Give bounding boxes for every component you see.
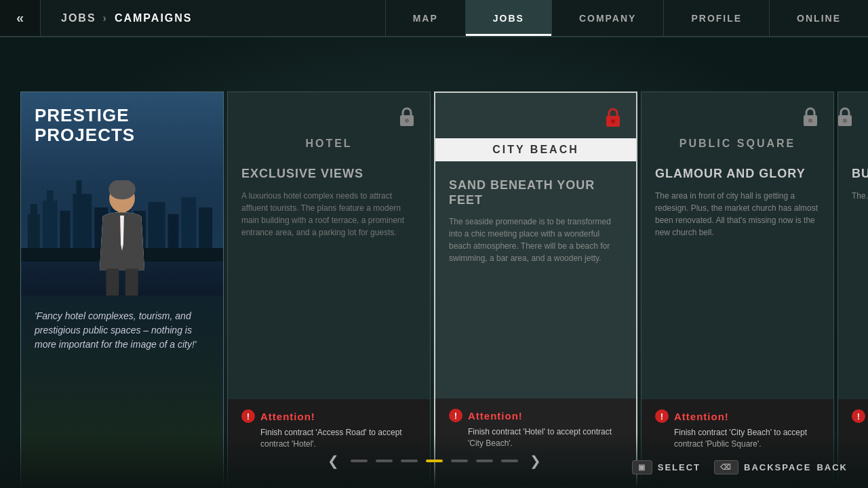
bottom-actions: ▣ SELECT ⌫ BACKSPACE BACK (632, 460, 848, 474)
public-square-top: PUBLIC SQUARE (642, 92, 833, 160)
nav-tabs: MAP JOBS COMPANY PROFILE ONLINE (385, 0, 868, 36)
card-city-beach[interactable]: CITY BEACH SAND BENEATH YOUR FEET The se… (434, 92, 637, 488)
page-dot-1 (351, 460, 368, 462)
tab-map[interactable]: MAP (385, 0, 465, 36)
city-beach-middle: SAND BENEATH YOUR FEET The seaside prome… (435, 171, 636, 399)
card-partial[interactable]: BUI... The... ! Attention! Fi... (837, 92, 868, 488)
hotel-middle: EXCLUSIVE VIEWS A luxurious hotel comple… (228, 160, 430, 399)
back-button[interactable]: « (0, 0, 41, 36)
public-square-middle: GLAMOUR AND GLORY The area in front of c… (642, 160, 833, 399)
public-square-attention-label: Attention! (674, 411, 729, 422)
tab-online[interactable]: ONLINE (769, 0, 868, 36)
partial-middle: BUI... The... (838, 160, 868, 399)
city-beach-campaign-title: SAND BENEATH YOUR FEET (449, 178, 623, 207)
breadcrumb: JOBS › CAMPAIGNS (41, 0, 385, 36)
back-key: ⌫ (714, 460, 738, 474)
partial-campaign-title: BUI... (852, 167, 854, 182)
card-public-square[interactable]: PUBLIC SQUARE GLAMOUR AND GLORY The area… (641, 92, 834, 488)
page-dot-2 (376, 460, 393, 462)
hotel-attention-dot: ! (241, 409, 255, 423)
main-content: PRESTIGE PROJECTS (0, 92, 868, 488)
city-beach-top: CITY BEACH (435, 93, 636, 171)
svg-point-24 (611, 119, 615, 123)
hotel-top: HOTEL (228, 92, 430, 160)
tab-company[interactable]: COMPANY (551, 0, 664, 36)
hotel-campaign-title: EXCLUSIVE VIEWS (241, 167, 416, 182)
bottom-bar: ❮ ❯ ▣ SELECT ⌫ BACKSPACE BACK (0, 434, 868, 488)
partial-top (838, 92, 868, 160)
backspace-label: BACKSPACE (744, 462, 811, 472)
back-label: BACK (816, 462, 848, 472)
svg-rect-19 (106, 268, 119, 296)
svg-rect-1 (31, 204, 37, 214)
select-key: ▣ (632, 460, 652, 474)
page-dot-4 (426, 460, 443, 462)
partial-attention-dot: ! (852, 409, 865, 423)
public-square-campaign-desc: The area in front of city hall is gettin… (655, 190, 820, 239)
person-figure (88, 180, 156, 296)
public-square-campaign-title: GLAMOUR AND GLORY (655, 167, 820, 182)
prev-arrow[interactable]: ❮ (324, 449, 342, 472)
partial-campaign-desc: The... (852, 190, 854, 202)
back-icon: « (16, 10, 24, 26)
page-dot-3 (401, 460, 418, 462)
city-beach-campaign-desc: The seaside promenade is to be transform… (449, 216, 623, 264)
page-dot-5 (451, 460, 468, 462)
public-square-label: PUBLIC SQUARE (655, 138, 820, 150)
svg-rect-3 (47, 190, 54, 201)
svg-point-22 (405, 119, 409, 123)
topbar: « JOBS › CAMPAIGNS MAP JOBS COMPANY PROF… (0, 0, 868, 37)
city-beach-attention-label: Attention! (468, 410, 523, 422)
select-button[interactable]: ▣ SELECT (632, 460, 701, 474)
next-arrow[interactable]: ❯ (526, 449, 545, 472)
public-square-lock-icon (801, 106, 820, 132)
svg-rect-6 (76, 180, 81, 194)
select-label: SELECT (658, 462, 701, 472)
city-beach-label: CITY BEACH (435, 138, 636, 161)
prestige-title: PRESTIGE PROJECTS (35, 106, 223, 144)
page-dot-6 (476, 460, 493, 462)
hotel-campaign-desc: A luxurious hotel complex needs to attra… (241, 190, 416, 239)
card-hotel[interactable]: HOTEL EXCLUSIVE VIEWS A luxurious hotel … (227, 92, 431, 488)
pagination: ❮ ❯ (324, 449, 545, 472)
card-prestige[interactable]: PRESTIGE PROJECTS (20, 92, 224, 488)
hotel-attention-label: Attention! (260, 411, 315, 422)
breadcrumb-part1: JOBS (61, 12, 96, 24)
tab-jobs[interactable]: JOBS (465, 0, 551, 36)
hotel-label: HOTEL (241, 138, 416, 150)
back-action-button[interactable]: ⌫ BACKSPACE BACK (714, 460, 848, 474)
hotel-lock-icon (397, 106, 416, 132)
city-beach-attention-dot: ! (449, 409, 462, 422)
svg-rect-20 (125, 268, 138, 296)
prestige-image: PRESTIGE PROJECTS (21, 92, 223, 296)
public-square-attention-dot: ! (655, 409, 669, 423)
page-dot-7 (501, 460, 518, 462)
tab-profile[interactable]: PROFILE (663, 0, 769, 36)
prestige-quote: 'Fancy hotel complexes, tourism, and pre… (35, 309, 210, 352)
city-beach-lock-icon (604, 106, 623, 133)
svg-point-26 (808, 119, 812, 123)
breadcrumb-part2: CAMPAIGNS (115, 12, 193, 24)
svg-point-28 (843, 119, 847, 123)
breadcrumb-separator: › (103, 12, 108, 24)
partial-lock-icon (837, 106, 854, 132)
